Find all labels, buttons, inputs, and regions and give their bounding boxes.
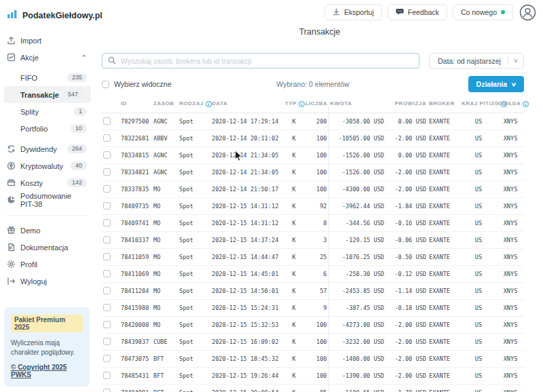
cell-country: US (460, 368, 497, 385)
table-row[interactable]: 78411059 MO Spot 2020-12-15 14:44:47 K 2… (102, 249, 524, 266)
row-checkbox[interactable] (103, 355, 111, 362)
sidebar-item-fifo[interactable]: FIFO 235 (0, 69, 95, 86)
row-checkbox[interactable] (103, 304, 111, 311)
cell-qty: 100 (304, 368, 329, 385)
info-icon[interactable]: i (523, 101, 529, 107)
table-row[interactable]: 78409741 MO Spot 2020-12-15 14:31:12 K 8… (102, 215, 524, 232)
brand-logo[interactable]: PodatekGiełdowy.pl (0, 0, 95, 32)
select-visible-checkbox[interactable] (102, 81, 109, 88)
col-kraj[interactable]: KRAJ PIT/ZGi (460, 100, 497, 113)
col-typ[interactable]: TYPi (284, 100, 304, 113)
cell-broker: EXANTE (428, 164, 460, 181)
cell-date: 2020-12-14 21:50:17 (210, 181, 284, 198)
cell-exchange: XNYS (497, 147, 524, 164)
user-avatar[interactable] (519, 3, 536, 21)
row-checkbox[interactable] (103, 372, 111, 379)
col-data[interactable]: DATA (210, 100, 284, 113)
table-row[interactable]: 78494991 BFT Spot 2020-12-15 20:09:54 K … (102, 385, 524, 392)
search-input[interactable] (121, 57, 413, 65)
sidebar-item-import[interactable]: Import (0, 32, 95, 49)
table-row[interactable]: 78439837 CUBE Spot 2020-12-15 16:09:02 K… (102, 334, 524, 351)
whats-new-button[interactable]: Co nowego (453, 4, 513, 20)
chevron-up-icon[interactable]: ⌃ (81, 54, 88, 61)
cell-exchange: XNYS (497, 249, 524, 266)
row-checkbox[interactable] (103, 219, 111, 227)
row-checkbox[interactable] (103, 270, 111, 277)
export-button[interactable]: Eksportuj (324, 4, 382, 20)
col-zasob[interactable]: ZASÓB (152, 100, 178, 113)
table-row[interactable]: 78411069 MO Spot 2020-12-15 14:45:01 K 6… (102, 266, 524, 283)
sidebar-item-pit38[interactable]: Podsumowanie PIT-38 (0, 191, 95, 208)
sidebar-item-akcje[interactable]: Akcje ⌃ (0, 49, 95, 66)
cell-exchange: XNYS (497, 232, 524, 249)
row-checkbox[interactable] (103, 321, 111, 328)
table-row[interactable]: 78409735 MO Spot 2020-12-15 14:31:12 K 9… (102, 198, 524, 215)
row-checkbox[interactable] (103, 185, 111, 193)
cell-date: 2020-12-14 20:11:02 (210, 130, 284, 147)
row-checkbox[interactable] (103, 389, 111, 392)
sidebar-item-profil[interactable]: Profil (0, 256, 95, 273)
row-checkbox[interactable] (103, 151, 111, 159)
table-row[interactable]: 78415980 MO Spot 2020-12-15 15:24:31 K 9… (102, 300, 524, 317)
chevron-down-icon: ∨ (504, 58, 527, 64)
actions-button[interactable]: Działania ∨ (468, 76, 524, 92)
cell-exchange: XNYS (497, 266, 524, 283)
sidebar-item-portfolio[interactable]: Portfolio 10 (0, 120, 95, 137)
sidebar-item-dokumentacja[interactable]: Dokumentacja (0, 239, 95, 256)
col-liczba[interactable]: LICZBA (304, 100, 329, 113)
feedback-button[interactable]: Feedback (388, 4, 447, 20)
col-kwota[interactable]: KWOTA (329, 100, 386, 113)
table-row[interactable]: 78322681 ABBV Spot 2020-12-14 20:11:02 K… (102, 130, 524, 147)
sort-dropdown[interactable]: Data: od najstarszej ∨ (429, 53, 524, 68)
row-checkbox[interactable] (103, 168, 111, 176)
table-row[interactable]: 78485431 BFT Spot 2020-12-15 19:26:44 K … (102, 368, 524, 385)
select-visible-control[interactable]: Wybierz widoczne (102, 80, 172, 88)
row-checkbox[interactable] (103, 338, 111, 345)
row-checkbox[interactable] (103, 117, 111, 125)
table-row[interactable]: 78334821 AGNC Spot 2020-12-14 21:34:05 K… (102, 164, 524, 181)
cell-country: US (460, 215, 497, 232)
table-row[interactable]: 78473075 BFT Spot 2020-12-15 18:45:32 K … (102, 351, 524, 368)
table-row[interactable]: 78420000 MO Spot 2020-12-15 15:32:53 K 1… (102, 317, 524, 334)
sidebar-item-splity[interactable]: Splity 1 (0, 103, 95, 120)
cell-broker: EXANTE (428, 266, 460, 283)
info-icon[interactable]: i (299, 101, 305, 107)
cell-date: 2020-12-15 14:31:12 (210, 215, 284, 232)
sidebar-item-transakcje[interactable]: Transakcje 547 (4, 86, 91, 103)
info-icon[interactable]: i (206, 101, 212, 107)
sidebar-item-kryptowaluty[interactable]: Kryptowaluty 40 (0, 157, 95, 174)
gift-icon (6, 226, 16, 235)
cell-amount: -1180.65 USD (329, 385, 386, 392)
table-row[interactable]: 78411284 MO Spot 2020-12-15 14:50:01 K 5… (102, 283, 524, 300)
table-row[interactable]: 78337835 MO Spot 2020-12-14 21:50:17 K 1… (102, 181, 524, 198)
col-id[interactable]: ID (119, 100, 152, 113)
col-gielda[interactable]: GIEŁDAi (497, 100, 524, 113)
copyright-link[interactable]: © Copyright 2025 PWKS (11, 364, 83, 378)
row-checkbox[interactable] (103, 236, 111, 243)
table-row[interactable]: 78410337 MO Spot 2020-12-15 14:37:24 K 3… (102, 232, 524, 249)
row-checkbox[interactable] (103, 134, 111, 142)
row-checkbox[interactable] (103, 287, 111, 294)
cell-country: US (460, 334, 497, 351)
cell-exchange: XNYS (497, 368, 524, 385)
row-checkbox[interactable] (103, 202, 111, 210)
table-row[interactable]: 78297500 AGNC Spot 2020-12-14 17:29:14 K… (102, 113, 524, 130)
cell-country: US (460, 113, 497, 130)
cell-fee: -0.12 USD (386, 266, 428, 283)
col-prowizja[interactable]: PROWIZJA (386, 100, 428, 113)
row-checkbox[interactable] (103, 253, 111, 260)
sidebar-item-demo[interactable]: Demo (0, 222, 95, 239)
sidebar-item-koszty[interactable]: Koszty 142 (0, 174, 95, 191)
cell-broker: EXANTE (428, 130, 460, 147)
cell-fee: -2.00 USD (386, 317, 428, 334)
col-rodzaj[interactable]: RODZAJi (178, 100, 210, 113)
table-row[interactable]: 78334815 AGNC Spot 2020-12-14 21:34:05 K… (102, 147, 524, 164)
cell-qty: 57 (304, 283, 329, 300)
app-window: PodatekGiełdowy.pl Import Akcje ⌃ FIFO 2… (0, 0, 543, 392)
cell-fee: -2.00 USD (386, 164, 428, 181)
sidebar-item-dywidendy[interactable]: Dywidendy 264 (0, 140, 95, 157)
cell-country: US (460, 147, 497, 164)
sidebar-item-wyloguj[interactable]: Wyloguj (0, 273, 95, 290)
cell-exchange: XNYS (497, 283, 524, 300)
col-broker[interactable]: BROKER (428, 100, 460, 113)
